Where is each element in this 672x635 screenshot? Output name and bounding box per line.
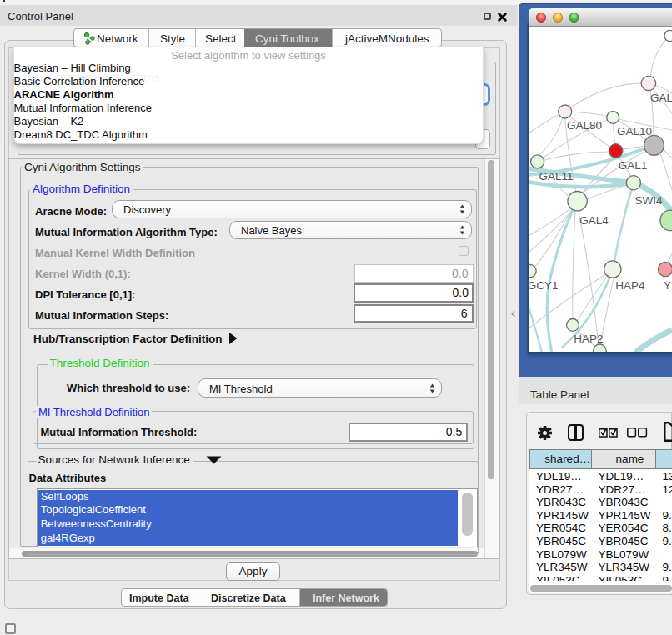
svg-text:HAP4: HAP4: [615, 279, 645, 292]
svg-text:Y: Y: [664, 279, 671, 292]
svg-text:GAL10: GAL10: [617, 125, 652, 138]
svg-text:GAL11: GAL11: [539, 170, 573, 182]
svg-text:GAL7: GAL7: [650, 92, 672, 104]
svg-text:GAL80: GAL80: [567, 119, 602, 132]
svg-text:GAL4: GAL4: [579, 214, 609, 227]
svg-text:GCY1: GCY1: [529, 279, 558, 292]
svg-text:GAL1: GAL1: [619, 159, 648, 172]
svg-text:SWI4: SWI4: [634, 194, 662, 207]
svg-text:HAP2: HAP2: [574, 332, 603, 345]
